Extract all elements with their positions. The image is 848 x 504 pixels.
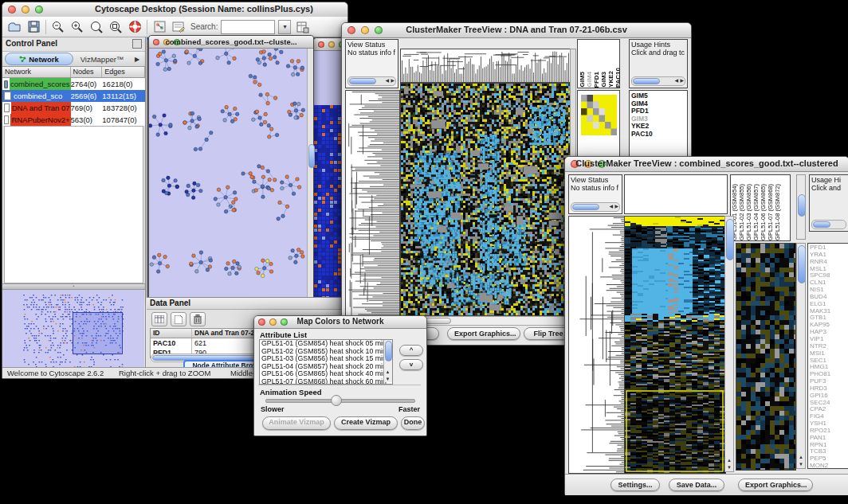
column-label[interactable]: GPL51-08 (GSM872) (775, 184, 781, 240)
scrollbar-thumb[interactable] (798, 194, 806, 217)
column-label[interactable]: YKE2 (608, 71, 614, 88)
move-up-button[interactable]: ^ (399, 345, 423, 356)
zoom-selected-icon[interactable] (89, 20, 104, 34)
tv1-titlebar[interactable]: ClusterMaker TreeView : DNA and Tran 07-… (342, 23, 691, 38)
scrollbar-thumb[interactable] (385, 341, 392, 361)
view-status-scrollbar[interactable]: ◀▶ (571, 202, 620, 212)
network-table-header: Network Nodes Edges (2, 67, 145, 78)
zoom-vscrollbar[interactable]: ▲▼ (796, 243, 806, 469)
export-graphics-button[interactable]: Export Graphics... (447, 327, 520, 340)
export-graphics-button[interactable]: Export Graphics... (738, 479, 813, 491)
settings-button[interactable]: Settings... (610, 479, 660, 491)
dialog-titlebar[interactable]: Map Colors to Network (254, 316, 426, 329)
usage-hints-scrollbar[interactable] (811, 220, 846, 229)
close-button[interactable] (8, 6, 16, 14)
scrollbar-thumb[interactable] (349, 78, 376, 84)
new-attribute-icon[interactable] (171, 312, 186, 326)
zoom-in-icon[interactable] (70, 20, 84, 34)
scrollbar-thumb[interactable] (572, 204, 599, 210)
column-label[interactable]: GIM3 (601, 72, 607, 88)
tv2-titlebar[interactable]: ClusterMaker TreeView : combined_scores_… (565, 157, 848, 172)
main-window-title: Cytoscape Desktop (Session Name: collins… (74, 4, 347, 14)
network-table-row[interactable]: RNAPuberNov2+ 563(0) 107847(0) (2, 114, 145, 126)
column-dendrogram[interactable] (400, 49, 571, 83)
network-view-frame[interactable]: combined_scores_good.txt--cluste... (148, 35, 314, 299)
scrollbar-thumb[interactable] (633, 78, 660, 84)
help-lifering-icon[interactable] (128, 20, 142, 34)
delete-attribute-trash-icon[interactable] (190, 312, 206, 326)
open-folder-icon[interactable] (7, 20, 22, 34)
scrollbar-thumb[interactable] (308, 144, 315, 168)
global-heatmap[interactable] (624, 216, 726, 474)
column-label[interactable]: GPL51-03 (GSM856) (746, 184, 752, 240)
column-dendrogram-area[interactable] (624, 174, 728, 214)
done-button[interactable]: Done (401, 416, 425, 430)
zoom-out-icon[interactable] (51, 20, 65, 34)
row-dendrogram[interactable] (345, 90, 400, 316)
column-label[interactable]: GPL51-06 (GSM865) (760, 184, 767, 240)
col-nodes[interactable]: Nodes (71, 67, 103, 77)
network-edges: 183728(0) (102, 102, 145, 114)
search-input[interactable] (221, 20, 275, 34)
scrollbar-thumb[interactable] (813, 221, 830, 228)
float-panel-icon[interactable] (132, 39, 142, 49)
panel-divider[interactable]: • (2, 283, 145, 290)
minimize-icon[interactable] (328, 41, 335, 48)
view-status-scrollbar[interactable]: ◀▶ (347, 76, 396, 86)
column-label[interactable]: GIM5 (579, 72, 586, 88)
network-graph-canvas[interactable] (149, 49, 305, 298)
column-label[interactable]: PAC10 (615, 68, 622, 88)
save-icon[interactable] (26, 20, 41, 34)
save-data-button[interactable]: Save Data... (669, 479, 724, 491)
zoom-heatmap-matrix[interactable] (581, 95, 617, 135)
network-vertical-scrollbar[interactable] (307, 49, 313, 298)
heatmap-vscrollbar[interactable]: ▲▼ (724, 216, 734, 472)
modify-network-icon[interactable] (152, 20, 167, 34)
attribute-listbox[interactable]: GPL51-01 (GSM854) heat shock 05 minGPL51… (259, 339, 393, 385)
tab-network[interactable]: Network (5, 53, 73, 65)
attribute-item[interactable]: GPL51-07 (GSM868) heat shock 60 min (260, 378, 392, 385)
column-label[interactable]: PFD1 (594, 72, 600, 88)
labels-vscrollbar[interactable] (796, 174, 806, 240)
gene-label[interactable]: MON2 (808, 463, 848, 469)
tab-vizmapper[interactable]: VizMapper™ (73, 55, 131, 64)
move-down-button[interactable]: v (399, 359, 423, 370)
close-icon[interactable] (318, 41, 324, 48)
birdseye-view[interactable] (2, 290, 144, 373)
zoom-button[interactable] (35, 6, 43, 14)
speed-slider-thumb[interactable] (331, 395, 342, 406)
create-vizmap-button[interactable]: Create Vizmap (334, 416, 398, 430)
network-table-row[interactable]: combined_sco 2569(6) 13112(15) (2, 90, 145, 102)
attribute-browser-icon[interactable] (296, 20, 310, 34)
col-network[interactable]: Network (2, 67, 71, 77)
column-label[interactable]: GPL51-02 (GSM855) (739, 184, 745, 240)
network-desktop-area: combined_scores_good.txt--cluste... (147, 37, 347, 297)
annotation-icon[interactable] (171, 20, 186, 34)
column-label[interactable]: GPL51-07 (GSM868) (768, 184, 774, 240)
col-edges[interactable]: Edges (102, 67, 145, 77)
scrollbar-thumb[interactable] (798, 245, 806, 283)
search-dropdown-arrow-icon[interactable]: ▾ (278, 20, 291, 34)
tab-overflow-arrow[interactable]: ▶ (131, 56, 143, 63)
scrollbar-thumb[interactable] (726, 219, 734, 260)
global-heatmap[interactable] (400, 83, 571, 316)
col-id[interactable]: ID (151, 329, 192, 338)
network-tree-area[interactable] (4, 126, 143, 283)
network-name: RNAPuberNov2+ (10, 114, 70, 126)
column-label[interactable]: GIM4 (587, 72, 593, 88)
network-table-row[interactable]: combined_scores 2764(0) 16218(0) (2, 78, 145, 90)
attribute-list-scrollbar[interactable]: ▲▼ (383, 340, 392, 382)
row-dendrogram[interactable] (568, 216, 626, 474)
frame-titlebar[interactable]: combined_scores_good.txt--cluste... (149, 36, 313, 49)
attribute-table-icon[interactable] (151, 312, 167, 326)
row-label[interactable]: PAC10 (630, 131, 687, 139)
usage-hints-scrollbar[interactable]: ◀▶ (631, 76, 685, 86)
animate-vizmap-button[interactable]: Animate Vizmap (262, 416, 331, 430)
main-titlebar[interactable]: Cytoscape Desktop (Session Name: collins… (2, 2, 347, 18)
minimize-button[interactable] (22, 6, 29, 14)
zoom-fit-icon[interactable] (108, 20, 123, 34)
column-label[interactable]: GPL51-04 (GSM857) (753, 184, 760, 240)
network-table-row[interactable]: DNA and Tran 07 769(0) 183728(0) (2, 102, 145, 114)
row-id: PAC10 (151, 338, 192, 348)
zoom-heatmap[interactable] (736, 243, 796, 471)
